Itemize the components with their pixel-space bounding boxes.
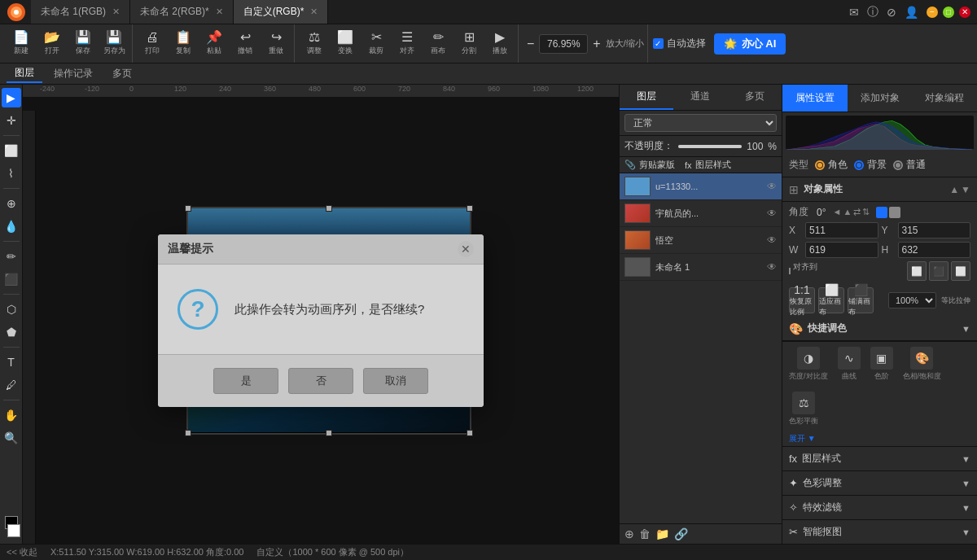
- tab-close-3[interactable]: ✕: [310, 7, 318, 17]
- restore-ratio-btn[interactable]: 1:1 恢复原比例: [789, 287, 815, 313]
- right-tab-scripting[interactable]: 对象编程: [912, 85, 977, 112]
- ai-button[interactable]: 🌟 亦心 AI: [714, 33, 786, 55]
- bg-color[interactable]: [7, 524, 20, 537]
- select-tool[interactable]: ▶: [2, 88, 21, 107]
- angle-flip-h[interactable]: ⇄: [853, 207, 861, 217]
- dialog-yes-button[interactable]: 是: [213, 368, 278, 394]
- play-button[interactable]: ▶ 播放: [485, 27, 515, 61]
- special-expand-icon[interactable]: ▼: [962, 503, 970, 513]
- color-block-gray[interactable]: [889, 207, 900, 218]
- tab2-history[interactable]: 操作记录: [46, 65, 101, 82]
- pen-tool[interactable]: 🖊: [2, 375, 21, 395]
- minimize-button[interactable]: −: [927, 7, 938, 18]
- quick-adjust-header[interactable]: 🎨 快捷调色 ▼: [782, 317, 977, 341]
- shape-tool[interactable]: ⬟: [2, 322, 21, 342]
- open-button[interactable]: 📂 打开: [37, 27, 67, 61]
- type-option-background[interactable]: 背景: [854, 158, 887, 172]
- eyedropper-tool[interactable]: 💧: [2, 217, 21, 236]
- move-tool[interactable]: ✛: [2, 111, 21, 130]
- hand-tool[interactable]: ✋: [2, 405, 21, 425]
- tab-file-3[interactable]: 自定义(RGB)* ✕: [234, 0, 329, 24]
- zoom-out-icon[interactable]: −: [524, 37, 537, 51]
- color-adjust-section[interactable]: ✦ 色彩调整 ▼: [782, 470, 977, 495]
- hue-sat-btn[interactable]: 🎨 色相/饱和度: [903, 347, 942, 382]
- crop-button[interactable]: ✂ 裁剪: [361, 27, 391, 61]
- fill-canvas-btn[interactable]: ⬛ 铺满画布: [848, 287, 874, 313]
- brightness-btn[interactable]: ◑ 亮度/对比度: [789, 347, 828, 382]
- dialog-close-button[interactable]: ✕: [458, 241, 474, 257]
- fx-expand-icon[interactable]: ▼: [962, 454, 970, 464]
- zoom-tool[interactable]: 🔍: [2, 428, 21, 448]
- layer-visibility-2[interactable]: 👁: [767, 234, 777, 246]
- align-left-btn[interactable]: ⬜: [907, 261, 927, 281]
- layer-visibility-1[interactable]: 👁: [767, 208, 777, 219]
- crop-tool[interactable]: ⊕: [2, 194, 21, 213]
- tab-file-2[interactable]: 未命名 2(RGB)* ✕: [130, 0, 234, 24]
- levels-btn[interactable]: ▣ 色阶: [870, 347, 893, 382]
- clip-mask-btn[interactable]: 📎 剪贴蒙版: [624, 159, 675, 171]
- align-button[interactable]: ☰ 对齐: [392, 27, 422, 61]
- radio-background[interactable]: [854, 160, 864, 170]
- add-layer-btn[interactable]: ⊕: [624, 527, 634, 540]
- align-center-btn[interactable]: ⬛: [929, 261, 949, 281]
- expand-icon[interactable]: ▼: [962, 324, 970, 334]
- angle-flip-v[interactable]: ⇅: [862, 207, 870, 217]
- close-button[interactable]: ✕: [959, 7, 970, 18]
- link-layer-btn[interactable]: 🔗: [674, 527, 688, 540]
- brush-tool[interactable]: ✏: [2, 247, 21, 266]
- redo-button[interactable]: ↪ 重做: [261, 27, 291, 61]
- folder-btn[interactable]: 📁: [655, 527, 669, 540]
- type-option-normal[interactable]: 普通: [893, 158, 926, 172]
- tab-file-1[interactable]: 未命名 1(RGB) ✕: [31, 0, 130, 24]
- info-icon[interactable]: ⓘ: [867, 5, 878, 20]
- layer-item-3[interactable]: 未命名 1 👁: [620, 254, 782, 281]
- paste-button[interactable]: 📌 粘贴: [199, 27, 229, 61]
- angle-arrow-up[interactable]: ▲: [843, 207, 852, 217]
- marquee-tool[interactable]: ⬜: [2, 141, 21, 160]
- draw-button[interactable]: ✏ 画布: [423, 27, 453, 61]
- right-tab-properties[interactable]: 属性设置: [782, 85, 848, 112]
- multipage-tab[interactable]: 多页: [728, 85, 782, 110]
- blend-mode-select[interactable]: 正常: [624, 114, 777, 132]
- channels-tab[interactable]: 通道: [673, 85, 727, 110]
- ban-icon[interactable]: ⊘: [887, 6, 896, 19]
- auto-select-checkbox[interactable]: ✓: [653, 38, 664, 49]
- zoom-in-icon[interactable]: +: [589, 37, 603, 51]
- height-input[interactable]: [898, 242, 971, 258]
- align-right-btn[interactable]: ⬜: [951, 261, 970, 281]
- user-icon[interactable]: 👤: [905, 6, 918, 19]
- lasso-tool[interactable]: ⌇: [2, 164, 21, 183]
- text-tool[interactable]: T: [2, 352, 21, 372]
- save-button[interactable]: 💾 保存: [68, 27, 98, 61]
- mail-icon[interactable]: ✉: [849, 6, 859, 19]
- color-balance-btn[interactable]: ⚖ 色彩平衡: [789, 392, 818, 427]
- curves-btn[interactable]: ∿ 曲线: [838, 347, 861, 382]
- pos-y-input[interactable]: [898, 222, 971, 238]
- print-button[interactable]: 🖨 打印: [138, 27, 167, 61]
- layer-item-1[interactable]: 宇航员的... 👁: [620, 200, 782, 227]
- layer-item-2[interactable]: 悟空 👁: [620, 227, 782, 254]
- expand-button[interactable]: 展开 ▼: [782, 431, 977, 446]
- smart-expand-icon[interactable]: ▼: [962, 527, 970, 537]
- layer-style-btn[interactable]: fx 图层样式: [685, 159, 731, 171]
- tab-close-1[interactable]: ✕: [112, 7, 120, 17]
- layer-visibility-3[interactable]: 👁: [767, 261, 777, 273]
- type-option-character[interactable]: 角色: [815, 158, 848, 172]
- fit-canvas-btn[interactable]: ⬜ 适应画布: [818, 287, 844, 313]
- right-tab-add-object[interactable]: 添加对象: [848, 85, 913, 112]
- new-button[interactable]: 📄 新建: [7, 27, 36, 61]
- arrow-up-icon[interactable]: ▲: [949, 184, 959, 195]
- tab2-multipage[interactable]: 多页: [104, 65, 140, 82]
- color-expand-icon[interactable]: ▼: [962, 479, 970, 488]
- tab-close-2[interactable]: ✕: [216, 7, 223, 17]
- transform-button[interactable]: ⬜ 变换: [331, 27, 360, 61]
- zoom-display[interactable]: 76.95%: [539, 34, 588, 54]
- color-block-blue[interactable]: [876, 207, 887, 218]
- delete-layer-btn[interactable]: 🗑: [639, 527, 651, 540]
- dialog-no-button[interactable]: 否: [288, 368, 353, 394]
- layers-tab[interactable]: 图层: [620, 85, 673, 110]
- layer-visibility-0[interactable]: 👁: [767, 181, 777, 192]
- scale-percent-select[interactable]: 100%: [888, 292, 936, 308]
- split-button[interactable]: ⊞ 分割: [454, 27, 484, 61]
- save-as-button[interactable]: 💾 另存为: [99, 27, 129, 61]
